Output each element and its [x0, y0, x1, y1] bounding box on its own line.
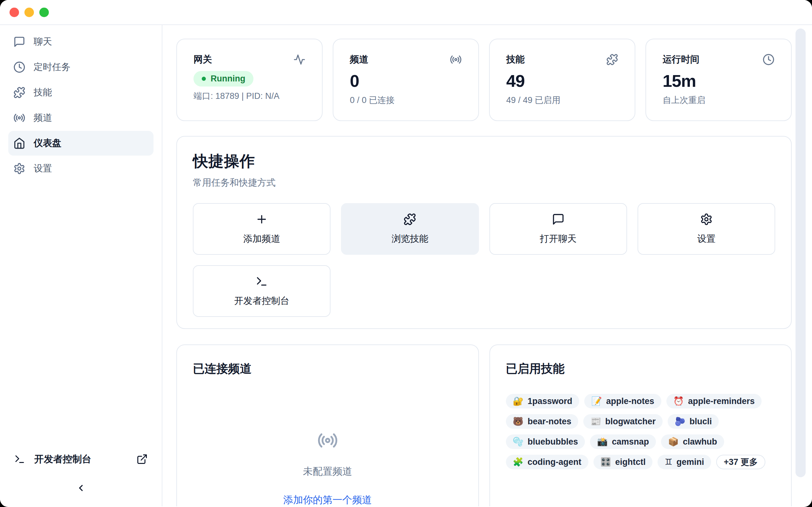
skill-chip: 🫐blucli: [668, 414, 719, 429]
connected-channels-title: 已连接频道: [193, 361, 462, 377]
sidebar-item-label: 定时任务: [34, 61, 70, 73]
skill-chip: 🫧bluebubbles: [506, 435, 585, 449]
status-dot: [202, 77, 206, 81]
stat-value: 49: [506, 71, 618, 91]
stat-title: 技能: [506, 53, 525, 66]
stat-title: 网关: [194, 53, 212, 66]
skill-name: coding-agent: [527, 457, 581, 467]
skill-chip: 📦clawhub: [661, 435, 724, 449]
stat-detail: 自上次重启: [663, 95, 774, 106]
traffic-light-close-button[interactable]: [9, 8, 19, 17]
add-channel-button[interactable]: 添加频道: [193, 203, 331, 255]
skill-name: blucli: [690, 417, 712, 427]
app-window: 聊天 定时任务 技能 频道 仪表盘 设置: [0, 0, 812, 507]
vertical-scrollbar-thumb[interactable]: [796, 29, 806, 477]
skill-name: bluebubbles: [527, 437, 578, 447]
skill-emoji: 🧩: [513, 458, 524, 466]
bottom-panels-row: 已连接频道 未配置频道 添加你的第一个频道 已启用技能 🔐1password 📝…: [176, 344, 792, 506]
skill-emoji: 📸: [597, 438, 608, 446]
sidebar-spacer: [8, 181, 154, 451]
status-label: Running: [211, 74, 245, 83]
enabled-skills-panel: 已启用技能 🔐1password 📝apple-notes ⏰apple-rem…: [490, 344, 792, 506]
gear-icon: [700, 213, 713, 226]
skill-chip: 🎛️eightctl: [594, 455, 653, 469]
skill-name: clawhub: [683, 437, 717, 447]
connected-channels-panel: 已连接频道 未配置频道 添加你的第一个频道: [176, 344, 479, 506]
chevron-left-icon: [76, 483, 86, 493]
skill-name: eightctl: [615, 457, 646, 467]
sidebar-item-label: 仪表盘: [34, 137, 61, 150]
quick-actions-title: 快捷操作: [193, 151, 775, 171]
sidebar: 聊天 定时任务 技能 频道 仪表盘 设置: [0, 25, 162, 506]
quick-action-label: 添加频道: [243, 233, 280, 245]
quick-action-label: 设置: [697, 233, 716, 245]
radio-icon: [450, 54, 462, 66]
channels-empty-state: 未配置频道 添加你的第一个频道: [193, 377, 462, 506]
traffic-light-minimize-button[interactable]: [24, 8, 34, 17]
stat-value: 15m: [663, 71, 774, 91]
skill-chip: 📰blogwatcher: [583, 414, 663, 429]
sidebar-dev-console[interactable]: 开发者控制台: [8, 451, 154, 467]
skill-emoji: 🫐: [675, 417, 686, 426]
gateway-status-badge: Running: [194, 71, 253, 87]
dev-console-button[interactable]: 开发者控制台: [193, 265, 331, 317]
settings-button[interactable]: 设置: [638, 203, 775, 255]
plus-icon: [255, 213, 268, 226]
sidebar-item-chat[interactable]: 聊天: [8, 30, 154, 54]
skill-emoji: 🎛️: [600, 458, 611, 466]
quick-action-label: 浏览技能: [392, 233, 428, 245]
add-first-channel-link[interactable]: 添加你的第一个频道: [283, 493, 372, 506]
clock-icon: [763, 54, 774, 66]
skill-emoji: 📦: [668, 438, 679, 446]
titlebar: [0, 0, 812, 25]
clock-icon: [13, 61, 26, 73]
stat-title: 频道: [350, 53, 368, 66]
stat-cards-row: 网关 Running 端口: 18789 | PID: N/A 频道 0: [176, 39, 792, 121]
dev-console-label: 开发者控制台: [34, 453, 136, 466]
message-square-icon: [552, 213, 565, 226]
skill-chip: ♊gemini: [658, 455, 711, 469]
puzzle-icon: [13, 87, 26, 99]
skill-emoji: ⏰: [673, 397, 684, 406]
sidebar-item-channels[interactable]: 频道: [8, 106, 154, 130]
gear-icon: [13, 163, 26, 175]
stat-detail: 0 / 0 已连接: [350, 95, 462, 106]
sidebar-item-settings[interactable]: 设置: [8, 156, 154, 181]
sidebar-item-scheduled-tasks[interactable]: 定时任务: [8, 55, 154, 79]
stat-title: 运行时间: [663, 53, 699, 66]
browse-skills-button[interactable]: 浏览技能: [341, 203, 478, 255]
traffic-light-zoom-button[interactable]: [39, 8, 49, 17]
sidebar-item-dashboard[interactable]: 仪表盘: [8, 131, 154, 156]
skill-chip: ⏰apple-reminders: [666, 394, 762, 408]
more-skills-chip[interactable]: +37 更多: [716, 455, 765, 469]
skill-chip: 📝apple-notes: [584, 394, 661, 408]
skill-emoji: 🫧: [513, 438, 524, 446]
radio-icon: [13, 112, 26, 124]
message-square-icon: [13, 36, 26, 48]
skill-chip: 📸camsnap: [590, 435, 656, 449]
skill-chip: 🔐1password: [506, 394, 579, 408]
puzzle-icon: [403, 213, 416, 226]
stat-detail: 端口: 18789 | PID: N/A: [194, 90, 305, 102]
skill-name: gemini: [676, 457, 704, 467]
skill-emoji: ♊: [664, 458, 672, 466]
home-icon: [13, 137, 26, 149]
collapse-sidebar-button[interactable]: [73, 481, 89, 496]
skill-emoji: 📰: [590, 417, 601, 426]
skill-chips: 🔐1password 📝apple-notes ⏰apple-reminders…: [506, 394, 775, 469]
skill-emoji: 🐻: [513, 417, 524, 426]
skill-chip: 🐻bear-notes: [506, 414, 578, 429]
skill-chip: 🧩coding-agent: [506, 455, 589, 469]
sidebar-item-skills[interactable]: 技能: [8, 80, 154, 105]
puzzle-icon: [606, 54, 618, 66]
terminal-icon: [14, 453, 26, 465]
activity-icon: [293, 54, 305, 66]
quick-action-label: 打开聊天: [540, 233, 577, 245]
stat-value: 0: [350, 71, 462, 91]
open-chat-button[interactable]: 打开聊天: [490, 203, 627, 255]
quick-action-label: 开发者控制台: [234, 295, 289, 307]
dashboard-main: 网关 Running 端口: 18789 | PID: N/A 频道 0: [162, 25, 812, 506]
skill-name: camsnap: [612, 437, 649, 447]
channels-empty-text: 未配置频道: [303, 465, 352, 478]
sidebar-item-label: 聊天: [34, 36, 52, 48]
